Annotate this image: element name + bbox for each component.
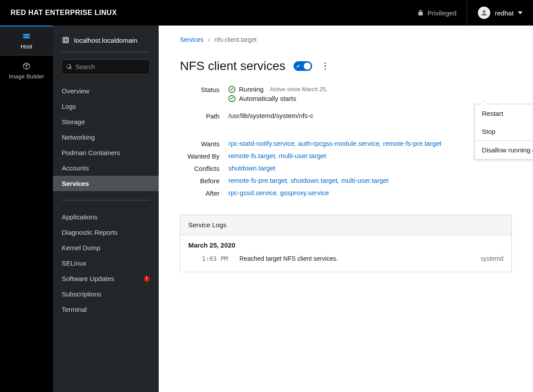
log-row[interactable]: 1:03 PM Reached target NFS client servic… bbox=[188, 255, 503, 262]
search-input[interactable] bbox=[62, 59, 150, 74]
username-label: redhat bbox=[495, 9, 514, 17]
rail-host-label: Host bbox=[21, 43, 33, 50]
nav-diagnostic[interactable]: Diagnostic Reports bbox=[53, 225, 159, 240]
switch-knob bbox=[304, 63, 311, 70]
host-icon bbox=[62, 36, 70, 44]
chevron-right-icon: › bbox=[208, 36, 210, 43]
nav-networking[interactable]: Networking bbox=[53, 129, 159, 145]
topbar: RED HAT ENTERPRISE LINUX Privileged redh… bbox=[0, 0, 533, 26]
status-since: Active since March 25, bbox=[270, 86, 328, 92]
nav-kdump[interactable]: Kernel Dump bbox=[53, 240, 159, 255]
breadcrumb: Services › nfs-client.target bbox=[180, 36, 512, 43]
status-running: Running bbox=[239, 85, 264, 93]
nav-services[interactable]: Services bbox=[53, 176, 159, 191]
search-wrap bbox=[62, 59, 150, 74]
value-path: /usr/lib/systemd/system/nfs-c bbox=[228, 112, 512, 125]
status-auto: Automatically starts bbox=[239, 95, 296, 102]
unit-link[interactable]: remote-fs-pre.target bbox=[228, 177, 287, 184]
auto-icon: ✔ bbox=[228, 95, 235, 102]
label-wanted-by: Wanted By bbox=[180, 152, 220, 160]
running-icon: ✔ bbox=[228, 86, 235, 93]
menu-restart[interactable]: Restart bbox=[475, 104, 533, 122]
rail-item-image-builder[interactable]: Image Builder bbox=[0, 55, 53, 85]
breadcrumb-current: nfs-client.target bbox=[214, 36, 257, 43]
caret-down-icon bbox=[518, 11, 522, 14]
nav-logs[interactable]: Logs bbox=[53, 99, 159, 114]
log-message: Reached target NFS client services. bbox=[239, 255, 469, 262]
value-wants: rpc-statd-notify.service, auth-rpcgss-mo… bbox=[228, 140, 512, 147]
menu-disallow[interactable]: Disallow running (mask) bbox=[475, 141, 533, 159]
nav-terminal[interactable]: Terminal bbox=[53, 302, 159, 317]
unit-link[interactable]: rpc-statd-notify.service bbox=[228, 140, 294, 147]
check-icon: ✔ bbox=[296, 63, 300, 69]
unit-link[interactable]: multi-user.target bbox=[341, 177, 389, 184]
main-content: Services › nfs-client.target NFS client … bbox=[159, 26, 533, 392]
alert-icon: ! bbox=[144, 276, 150, 282]
label-before: Before bbox=[180, 177, 220, 185]
svg-rect-2 bbox=[63, 37, 68, 43]
rail-item-host[interactable]: Host bbox=[0, 26, 53, 55]
nav-group-2: Applications Diagnostic Reports Kernel D… bbox=[53, 206, 159, 321]
label-wants: Wants bbox=[180, 140, 220, 148]
avatar-icon bbox=[478, 7, 490, 19]
value-status: ✔ Running Active since March 25, ✔ Autom… bbox=[228, 85, 512, 102]
nav-selinux[interactable]: SELinux bbox=[53, 255, 159, 271]
sidebar: localhost.localdomain Overview Logs Stor… bbox=[53, 26, 159, 392]
lock-icon bbox=[418, 10, 423, 16]
label-status: Status bbox=[180, 85, 220, 93]
unit-link[interactable]: rpc-gssd.service bbox=[228, 189, 276, 196]
nav-accounts[interactable]: Accounts bbox=[53, 160, 159, 176]
unit-link[interactable]: gssproxy.service bbox=[280, 189, 329, 196]
svg-rect-1 bbox=[23, 37, 30, 38]
value-conflicts: shutdown.target bbox=[228, 164, 512, 172]
svg-rect-3 bbox=[64, 39, 67, 41]
label-after: After bbox=[180, 189, 220, 197]
menu-stop[interactable]: Stop bbox=[475, 122, 533, 141]
user-menu[interactable]: redhat bbox=[467, 0, 522, 26]
nav-applications[interactable]: Applications bbox=[53, 209, 159, 225]
service-enable-switch[interactable]: ✔ bbox=[294, 61, 312, 71]
log-time: 1:03 PM bbox=[188, 255, 228, 262]
rail-ib-label: Image Builder bbox=[9, 73, 44, 80]
breadcrumb-root[interactable]: Services bbox=[180, 36, 204, 43]
page-title: NFS client services bbox=[180, 59, 286, 73]
unit-link[interactable]: shutdown.target bbox=[228, 164, 276, 172]
unit-link[interactable]: auth-rpcgss-module.service bbox=[298, 140, 379, 147]
unit-link[interactable]: remote-fs-pre.target bbox=[383, 140, 442, 147]
search-icon bbox=[66, 64, 72, 70]
nav-rail: Host Image Builder bbox=[0, 26, 53, 392]
nav-group-1: Overview Logs Storage Networking Podman … bbox=[53, 80, 159, 195]
unit-link[interactable]: remote-fs.target bbox=[228, 152, 275, 159]
value-after: rpc-gssd.service, gssproxy.service bbox=[228, 189, 512, 196]
nav-separator bbox=[62, 200, 150, 200]
svg-rect-0 bbox=[23, 34, 30, 36]
service-logs-header: Service Logs bbox=[180, 215, 511, 235]
nav-updates[interactable]: Software Updates ! bbox=[53, 271, 159, 286]
service-logs-panel: Service Logs March 25, 2020 1:03 PM Reac… bbox=[180, 214, 512, 272]
divider bbox=[62, 52, 150, 52]
nav-storage[interactable]: Storage bbox=[53, 114, 159, 129]
value-wanted-by: remote-fs.target, multi-user.target bbox=[228, 152, 512, 159]
label-conflicts: Conflicts bbox=[180, 164, 220, 172]
service-logs-body: March 25, 2020 1:03 PM Reached target NF… bbox=[180, 235, 511, 272]
logs-date: March 25, 2020 bbox=[188, 241, 503, 249]
kebab-menu: Restart Stop Disallow running (mask) bbox=[474, 104, 533, 159]
sidebar-host[interactable]: localhost.localdomain bbox=[53, 31, 159, 52]
nav-podman[interactable]: Podman Containers bbox=[53, 145, 159, 160]
unit-link[interactable]: shutdown.target bbox=[291, 177, 338, 184]
nav-subscriptions[interactable]: Subscriptions bbox=[53, 286, 159, 302]
server-icon bbox=[22, 32, 31, 41]
privileged-label: Privileged bbox=[428, 9, 457, 17]
details-grid: Status ✔ Running Active since March 25, … bbox=[180, 85, 512, 197]
kebab-button[interactable] bbox=[320, 61, 331, 71]
log-source: systemd bbox=[481, 255, 503, 262]
label-path: Path bbox=[180, 112, 220, 120]
sidebar-host-label: localhost.localdomain bbox=[74, 37, 137, 44]
brand-title: RED HAT ENTERPRISE LINUX bbox=[11, 9, 117, 17]
value-before: remote-fs-pre.target, shutdown.target, m… bbox=[228, 177, 512, 184]
privileged-indicator[interactable]: Privileged bbox=[418, 9, 457, 17]
title-row: NFS client services ✔ bbox=[180, 59, 512, 73]
nav-overview[interactable]: Overview bbox=[53, 83, 159, 99]
cube-icon bbox=[22, 62, 31, 70]
unit-link[interactable]: multi-user.target bbox=[279, 152, 326, 159]
